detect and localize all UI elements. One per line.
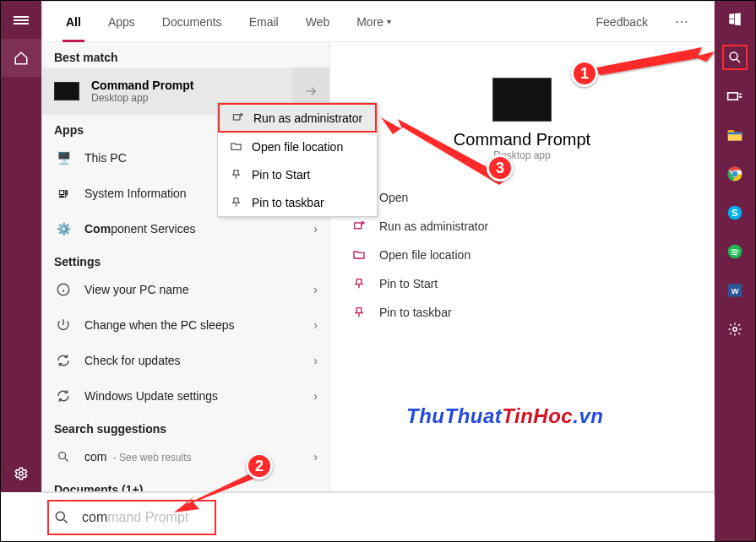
pin-icon (351, 277, 367, 290)
svg-rect-17 (355, 223, 362, 229)
detail-subtitle: Desktop app (347, 149, 697, 161)
result-winupdate[interactable]: Windows Update settings › (42, 378, 329, 414)
windows-logo-icon[interactable] (722, 6, 748, 31)
svg-point-7 (732, 171, 738, 177)
svg-point-1 (730, 52, 737, 60)
search-tabs: All Apps Documents Email Web More ▾ Feed… (42, 2, 714, 42)
skype-icon[interactable]: S (722, 200, 748, 225)
detail-title: Command Prompt (347, 130, 697, 149)
ctx-open-location[interactable]: Open file location (218, 133, 377, 160)
context-menu: Run as administrator Open file location … (217, 102, 378, 217)
info-icon (54, 280, 73, 299)
chrome-icon[interactable] (722, 161, 748, 187)
refresh-icon (54, 387, 73, 405)
search-box[interactable]: command Prompt (41, 492, 715, 541)
ctx-run-admin[interactable]: Run as administrator (218, 103, 377, 133)
pin-icon (351, 306, 367, 319)
search-panel: All Apps Documents Email Web More ▾ Feed… (41, 1, 715, 492)
ctx-pin-taskbar[interactable]: Pin to taskbar (218, 188, 377, 216)
settings-icon[interactable] (722, 317, 748, 342)
sysinfo-icon: 🖳 (54, 184, 73, 203)
pin-icon (228, 196, 243, 209)
svg-point-13 (733, 328, 737, 332)
refresh-icon (54, 351, 73, 370)
feedback-link[interactable]: Feedback (593, 2, 651, 42)
pin-icon (228, 168, 243, 181)
power-icon (54, 316, 73, 334)
taskbar-search-icon[interactable] (722, 45, 748, 70)
tab-web[interactable]: Web (302, 2, 334, 42)
action-pin-start[interactable]: Pin to Start (351, 269, 697, 298)
result-pcname[interactable]: View your PC name › (42, 272, 329, 307)
tab-email[interactable]: Email (246, 2, 282, 42)
ctx-pin-start[interactable]: Pin to Start (218, 160, 377, 188)
action-open-location[interactable]: Open file location (351, 241, 697, 269)
tab-all[interactable]: All (63, 2, 84, 42)
svg-text:W: W (732, 287, 739, 295)
chevron-right-icon: › (313, 222, 318, 236)
marker-1: 1 (571, 60, 598, 87)
svg-rect-19 (233, 115, 240, 120)
svg-text:S: S (732, 207, 738, 218)
marker-2: 2 (246, 453, 273, 480)
svg-rect-2 (728, 93, 738, 100)
services-icon: ⚙️ (54, 220, 73, 238)
home-icon[interactable] (1, 39, 41, 77)
tab-more[interactable]: More ▾ (353, 2, 394, 42)
action-pin-taskbar[interactable]: Pin to taskbar (351, 298, 697, 327)
start-left-rail (1, 1, 41, 492)
action-run-admin[interactable]: Run as administrator (351, 212, 697, 241)
cmd-large-icon (492, 78, 552, 122)
web-suggestion[interactable]: com - See web results › (42, 439, 329, 474)
search-icon (54, 447, 73, 466)
svg-point-0 (19, 471, 24, 475)
result-updates[interactable]: Check for updates › (42, 343, 329, 378)
tab-documents[interactable]: Documents (159, 2, 226, 42)
folder-icon (228, 140, 243, 153)
spotify-icon[interactable] (722, 239, 748, 264)
pc-icon: 🖥️ (54, 149, 73, 167)
cmd-thumb-icon (54, 82, 79, 100)
file-explorer-icon[interactable] (722, 122, 748, 148)
folder-icon (351, 248, 367, 262)
shield-icon (351, 220, 367, 233)
hamburger-icon[interactable] (1, 1, 41, 39)
section-settings: Settings (42, 247, 329, 272)
result-sleep[interactable]: Change when the PC sleeps › (42, 307, 329, 343)
taskbar: S W (715, 1, 755, 541)
word-icon[interactable]: W (722, 278, 748, 303)
action-open[interactable]: Open (351, 183, 697, 212)
highlight-box (47, 500, 216, 535)
task-view-icon[interactable] (722, 84, 748, 109)
section-search-suggestions: Search suggestions (42, 414, 329, 439)
marker-3: 3 (487, 154, 514, 182)
shield-icon (230, 111, 245, 124)
section-documents[interactable]: Documents (1+) (42, 474, 329, 491)
more-options-icon[interactable]: ⋯ (672, 2, 693, 42)
svg-point-15 (59, 453, 66, 459)
watermark: ThuThuatTinHoc.vn (406, 404, 603, 428)
section-best-match: Best match (42, 42, 329, 68)
svg-rect-5 (728, 133, 742, 135)
tab-apps[interactable]: Apps (105, 2, 139, 42)
settings-gear-icon[interactable] (1, 454, 41, 492)
